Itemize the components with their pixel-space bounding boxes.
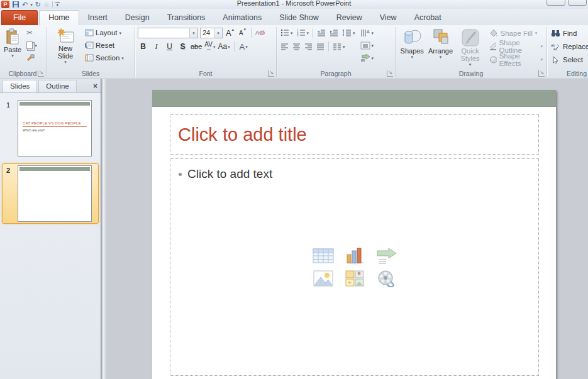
text-direction-button[interactable]: A ▾ — [359, 27, 375, 38]
dialog-launcher-icon[interactable]: ↘ — [268, 70, 274, 77]
close-panel-icon[interactable]: × — [93, 82, 97, 90]
tab-review[interactable]: Review — [328, 11, 371, 25]
section-button[interactable]: Section ▾ — [83, 52, 126, 63]
shape-fill-button[interactable]: Shape Fill ▾ — [488, 27, 544, 39]
minimize-button[interactable] — [546, 0, 565, 6]
paste-icon — [5, 28, 20, 46]
decrease-indent-button[interactable] — [316, 27, 327, 38]
caret-up-icon: ▴ — [232, 27, 235, 31]
font-name-combo[interactable]: ▾ — [138, 28, 198, 38]
bold-button[interactable]: B — [138, 41, 148, 52]
slides-group: New Slide ▾ Layout ▾ Reset Sec — [47, 25, 134, 79]
line-spacing-button[interactable]: ▾ — [341, 27, 357, 38]
new-slide-button[interactable]: New Slide ▾ — [49, 27, 82, 65]
clear-formatting-button[interactable]: A — [255, 27, 265, 38]
shrink-font-button[interactable]: A▾ — [237, 27, 248, 38]
chevron-down-icon: ▾ — [307, 31, 309, 35]
dialog-launcher-icon[interactable]: ↘ — [387, 70, 393, 77]
character-spacing-button[interactable]: AV↔ ▾ — [204, 41, 215, 52]
dialog-launcher-icon[interactable]: ↘ — [538, 70, 545, 77]
change-case-button[interactable]: Aa▾ — [218, 41, 230, 52]
cut-button[interactable]: ✂ — [25, 27, 39, 38]
font-size-combo[interactable]: 24 ▾ — [200, 28, 223, 38]
shape-outline-icon — [489, 42, 497, 50]
editing-group: Find abac Replace Select Editing — [548, 25, 588, 79]
scissors-icon: ✂ — [26, 28, 33, 37]
strikethrough-button[interactable]: abe — [191, 41, 202, 52]
paste-button[interactable]: Paste ▾ — [2, 27, 23, 59]
align-center-button[interactable] — [291, 41, 302, 52]
numbering-button[interactable]: 123 ▾ — [296, 27, 311, 38]
editing-group-label: Editing — [548, 70, 588, 77]
slide-thumbnail-row-2[interactable]: 2 — [2, 163, 99, 224]
increase-indent-button[interactable] — [328, 27, 340, 38]
copy-button[interactable]: ▾ — [25, 40, 39, 51]
separator — [251, 28, 252, 38]
align-left-button[interactable] — [279, 41, 290, 52]
slide-2-thumbnail[interactable] — [18, 165, 92, 222]
grow-font-button[interactable]: A▴ — [225, 27, 235, 38]
shape-outline-button[interactable]: Shape Outline ▾ — [488, 40, 544, 52]
align-text-button[interactable]: ▾ — [359, 40, 375, 51]
copy-icon — [26, 41, 33, 49]
section-label: Section — [96, 54, 119, 62]
tab-design[interactable]: Design — [116, 11, 158, 25]
tab-slides[interactable]: Slides — [3, 80, 37, 92]
title-placeholder-text: Click to add title — [170, 124, 307, 145]
chevron-down-icon: ▾ — [192, 31, 195, 35]
font-color-button[interactable]: A▾ — [238, 41, 249, 52]
replace-button[interactable]: abac Replace — [550, 40, 588, 52]
shapes-icon — [402, 28, 422, 47]
insert-smartart-icon[interactable] — [375, 247, 397, 265]
layout-button[interactable]: Layout ▾ — [83, 27, 126, 38]
tab-transitions[interactable]: Transitions — [158, 11, 214, 25]
svg-text:3: 3 — [297, 35, 299, 37]
bullets-button[interactable]: ▾ — [279, 27, 294, 38]
columns-button[interactable]: ▾ — [331, 41, 347, 52]
shape-effects-label: Shape Effects — [499, 52, 538, 67]
align-right-button[interactable] — [303, 41, 314, 52]
insert-table-icon[interactable] — [312, 247, 335, 265]
slide-thumbnail-row-1[interactable]: 1 CAT PEOPLE VS DOG PEOPLE Which are you… — [2, 98, 99, 158]
tab-home[interactable]: Home — [39, 10, 79, 25]
convert-to-smartart-button[interactable]: ▾ — [359, 52, 375, 63]
tab-outline[interactable]: Outline — [38, 80, 76, 92]
slide-editor: Click to add title Click to add text — [106, 79, 588, 379]
quick-styles-button[interactable]: Quick Styles ▾ — [455, 27, 485, 68]
tab-slide-show[interactable]: Slide Show — [270, 11, 328, 25]
text-shadow-button[interactable]: S — [177, 41, 188, 52]
tab-view[interactable]: View — [371, 11, 406, 25]
select-button[interactable]: Select — [550, 53, 588, 65]
justify-button[interactable] — [315, 41, 326, 52]
panel-tab-bar: Slides Outline × — [0, 79, 101, 93]
arrange-button[interactable]: Arrange ▾ — [426, 27, 455, 60]
reset-icon — [85, 41, 94, 49]
tab-acrobat[interactable]: Acrobat — [406, 11, 450, 25]
shapes-button[interactable]: Shapes ▾ — [398, 27, 426, 60]
insert-media-clip-icon[interactable] — [376, 270, 396, 287]
caret-down-icon: ▾ — [244, 27, 247, 31]
maximize-button[interactable] — [568, 0, 587, 6]
italic-button[interactable]: I — [151, 41, 162, 52]
chevron-down-icon: ▾ — [540, 44, 543, 48]
title-placeholder[interactable]: Click to add title — [170, 114, 539, 155]
find-binoculars-icon — [551, 30, 560, 37]
dialog-launcher-icon[interactable]: ↘ — [38, 70, 44, 77]
bullets-icon — [280, 29, 289, 36]
chevron-down-icon: ▾ — [353, 31, 355, 35]
reset-button[interactable]: Reset — [83, 40, 126, 51]
insert-chart-icon[interactable] — [344, 247, 365, 265]
underline-button[interactable]: U — [164, 41, 175, 52]
tab-animations[interactable]: Animations — [214, 11, 270, 25]
shape-effects-button[interactable]: Shape Effects ▾ — [488, 53, 544, 65]
slide-1-thumbnail[interactable]: CAT PEOPLE VS DOG PEOPLE Which are you? — [18, 100, 92, 157]
format-painter-icon — [26, 54, 35, 62]
format-painter-button[interactable] — [25, 52, 39, 63]
tab-file[interactable]: File — [1, 10, 38, 25]
insert-clipart-icon[interactable] — [345, 270, 365, 287]
tab-insert[interactable]: Insert — [79, 11, 116, 25]
insert-picture-icon[interactable] — [313, 270, 334, 287]
content-placeholder[interactable]: Click to add text — [170, 158, 539, 376]
find-button[interactable]: Find — [550, 27, 588, 39]
slide-canvas[interactable]: Click to add title Click to add text — [152, 90, 556, 379]
